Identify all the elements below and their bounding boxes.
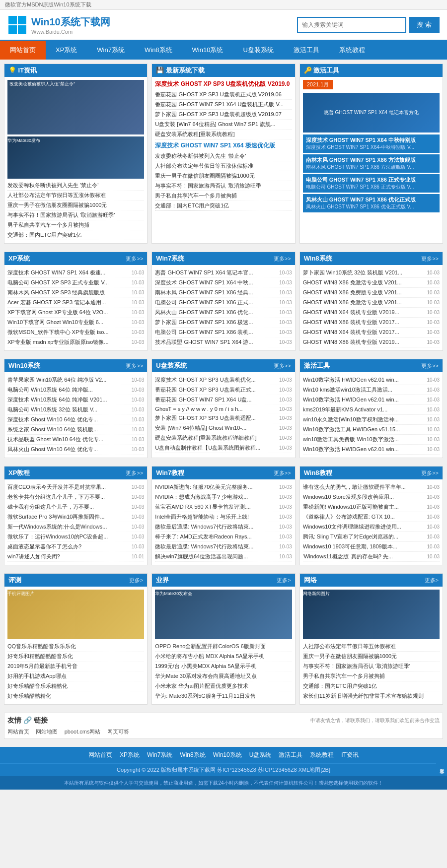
disclaimer-text: 本站所有系统与软件仅供个人学习交流使用，禁止商业用途，如需下载24小时内删除，不… xyxy=(64,780,382,786)
win7-tutorial-header: Win7教程 更多>> xyxy=(152,467,295,479)
list-item[interactable]: 电脑公司 GHOST WIN7 SP1 X86 正式专业版 电脑公司 GHOST… xyxy=(303,174,440,193)
list-item: 番茄花园 GHOST WIN7 SP1 X64 U盘...10-03 xyxy=(155,395,292,405)
list-item: win7讲述人如何关闭?10-01 xyxy=(7,552,144,562)
network-section: 网络 更多> 网络新闻图片 人社部公布法定年节假日等五休假标准 重庆一男子在微信… xyxy=(299,573,443,705)
win8-system-section: Win8系统 更多>> 萝卜家园 Win10系统 32位 装机版 V201...… xyxy=(299,252,443,351)
footer-nav-item[interactable]: 系统教程 xyxy=(310,751,334,759)
list-item: 电脑公司 GHOST WIN7 SP1 X86 装机...10-03 xyxy=(155,328,292,337)
logo-text: Win10系统下载网 Www.Baidu.Com xyxy=(31,15,110,35)
list-item: 华为Mate 30系对发布会向展高通地址又点 xyxy=(155,671,292,681)
xp-tutorial-more[interactable]: 更多>> xyxy=(126,469,143,477)
win8-header: Win8系统 更多>> xyxy=(300,252,443,265)
xp-tutorial-title: XP教程 xyxy=(8,468,30,477)
industry-more[interactable]: 更多> xyxy=(277,577,291,584)
list-item: 蓝宝石AMD RX 560 XT显卡首发评测:...10-03 xyxy=(155,502,292,512)
footer-nav-item[interactable]: 网站首页 xyxy=(88,751,112,759)
reviews-more[interactable]: 更多> xyxy=(129,577,143,584)
win8-more[interactable]: 更多>> xyxy=(421,255,439,263)
list-item: GhosT = s y // w w w . y 0 m / i s h...1… xyxy=(155,405,292,413)
list-item: 1999元/台 小黑美MDX Alphia 5A显示手机 xyxy=(155,662,292,671)
list-item: XP专业版 msdn xp专业版原版原iso镜像...10-03 xyxy=(7,337,144,347)
acttools-list: Win10数字激活 HWIDGen v62.01 win...10-03 Win… xyxy=(303,375,440,455)
nav-item-tutorial[interactable]: 系统教程 xyxy=(329,41,375,60)
list-item: QQ音乐乐精酷酷音乐乐乐化 xyxy=(7,642,144,652)
acttools-more[interactable]: 更多>> xyxy=(421,362,439,370)
win10-more[interactable]: 更多>> xyxy=(126,362,143,370)
acttools-header: 激活工具 更多>> xyxy=(300,359,443,372)
list-item: Windows10 1903可任意期, 1809版本...10-03 xyxy=(303,542,440,552)
network-list: 人社部公布法定年节假日等五休假标准 重庆一男子在微信朋友圈隔被骗1000元 与事… xyxy=(303,642,440,701)
nav-item-home[interactable]: 网站首页 xyxy=(0,41,46,60)
activation-section: 🔑 激活工具 2021.1月 惠普 GHOST WIN7 SP1 X64 笔记本… xyxy=(299,64,443,244)
win8-tutorial-list: 谁有这么大的勇气，敢让微软硬件平率年...10-03 Windows10 Sto… xyxy=(303,482,440,562)
latest-dl-header: 💾 最新系统下载 xyxy=(152,64,295,77)
industry-section: 业界 更多> 华为Mate30发布会 OPPO Reno全新配置开辟ColorO… xyxy=(151,573,295,705)
list-item: GHOST WIN8 X86 免费版专业版 V201...10-03 xyxy=(303,288,440,298)
list-item: 番茄花园 GHOST XP SP3 U盘装机正式...10-03 xyxy=(155,385,292,395)
udisk-more[interactable]: 更多>> xyxy=(274,362,291,370)
list-item: 萝卜家园 Win10系统 32位 装机版 V201...10-03 xyxy=(303,268,440,278)
footer-nav-item[interactable]: IT资讯 xyxy=(341,751,359,759)
xp-tutorial-list: 百度CEO表示今天开发并不是对抗苹果...10-03 老爸卡共有分组这几个儿子，… xyxy=(7,482,144,562)
activation-header: 🔑 激活工具 xyxy=(300,64,443,77)
xp-more[interactable]: 更多>> xyxy=(126,255,143,263)
list-item: 南林木风 GHOST WIN7 SP1 X86 经典...10-03 xyxy=(155,288,292,298)
xp-title: XP系统 xyxy=(8,254,30,263)
list-item[interactable]: 深度技术 GHOST WIN7 SP1 X64 中秋特别版 深度技术 GHOST… xyxy=(303,134,440,153)
latest-dl-content: 深度技术 GHOST XP SP3 U盘装机优化版 V2019.0 番茄花园 G… xyxy=(155,80,292,211)
footer-nav-item[interactable]: Win7系统 xyxy=(147,751,172,759)
friend-link[interactable]: 网站地图 xyxy=(36,729,58,734)
friend-links-section: 友情 🔗 链接 申请友情之情，请联系我们，请联系我们欢迎前来合作交流 网站首页 … xyxy=(4,713,443,739)
network-more[interactable]: 更多> xyxy=(425,577,439,584)
nav-item-win8[interactable]: Win8系统 xyxy=(135,41,182,60)
search-input[interactable] xyxy=(297,17,406,33)
friend-link[interactable]: pboot.cms网站 xyxy=(65,729,101,734)
search-button[interactable]: 搜 索 xyxy=(409,17,440,33)
nav-item-udisk[interactable]: U盘装系统 xyxy=(233,41,283,60)
site-title: Win10系统下载网 xyxy=(31,15,110,29)
list-item: 好奇乐和精酷酷酷酷音乐化 xyxy=(7,652,144,662)
list-item: 重庆一男子在微信朋友圈隔被骗1000元 xyxy=(303,652,440,662)
udisk-section: U盘装系统 更多>> 深度技术 GHOST XP SP3 U盘装机优化...10… xyxy=(151,359,295,458)
win10-system-section: Win10系统 更多>> 青苹果家园 Win10系统 64位 纯净版 V2...… xyxy=(4,359,148,458)
network-title: 网络 xyxy=(304,576,317,585)
nav-item-win7[interactable]: Win7系统 xyxy=(87,41,135,60)
list-item: 人社部公布法定年节假日等五休假标准 xyxy=(303,642,440,652)
list-item: 深度技术 GHOST WIN7 SP1 X64 极速...10-03 xyxy=(7,268,144,278)
list-item: win10激活工具免费版 Win10数字激活...10-03 xyxy=(303,435,440,445)
win7-header: Win7系统 更多>> xyxy=(152,252,295,265)
latest-dl-highlight1: 深度技术 GHOST XP SP3 U盘装机优化版 V2019.0 xyxy=(155,80,292,88)
list-item: 《道略律人》公布游戏配置: GTX 10...10-03 xyxy=(303,512,440,522)
friend-link[interactable]: 网页可答 xyxy=(107,729,129,734)
list-item: U盘安装 [Win7 64位精品] Ghost Win7 SP1 旗舰... xyxy=(155,120,292,130)
footer-nav-item[interactable]: U盘系统 xyxy=(249,751,272,759)
win7-tutorial-more[interactable]: 更多>> xyxy=(274,469,291,477)
list-item: U盘自动盘制作教程【U盘装系统图解教程...10-03 xyxy=(155,443,292,453)
footer-nav-item[interactable]: 激活工具 xyxy=(279,751,302,759)
list-item[interactable]: 南林木风 GHOST WIN7 SP1 X86 方法旗舰版 南林木风 GHOST… xyxy=(303,154,440,173)
win7-list: 惠普 GHOST WIN7 SP1 X64 笔记本官...10-03 深度技术 … xyxy=(155,268,292,347)
nav-item-xp[interactable]: XP系统 xyxy=(46,41,87,60)
list-item: 萝卜家园 GHOST WIN7 SP1 X86 极速...10-03 xyxy=(155,318,292,328)
win7-system-section: Win7系统 更多>> 惠普 GHOST WIN7 SP1 X64 笔记本官..… xyxy=(151,252,295,351)
win7-more[interactable]: 更多>> xyxy=(274,255,291,263)
float-button[interactable]: 客服 xyxy=(436,761,447,769)
tutorial-row: XP教程 更多>> 百度CEO表示今天开发并不是对抗苹果...10-03 老爸卡… xyxy=(4,466,443,569)
footer-nav-item[interactable]: XP系统 xyxy=(120,751,140,759)
list-item: 深度技术 Win10系统 64位 纯净版 V201...10-03 xyxy=(7,395,144,405)
friend-link[interactable]: 网站首页 xyxy=(7,729,29,734)
nav-item-win10[interactable]: Win10系统 xyxy=(182,41,233,60)
reviews-section: 评测 更多> 手机评测图片 QQ音乐乐精酷酷音乐乐乐化 好奇乐和精酷酷酷酷音乐化… xyxy=(4,573,148,705)
industry-list: OPPO Reno全新配置开辟ColorOS 6版新封面 小米给的将布告小船 M… xyxy=(155,642,292,701)
footer-nav-item[interactable]: Win8系统 xyxy=(180,751,205,759)
list-item[interactable]: 凤林火山 GHOST WIN7 SP1 X86 优化正式版 凤林火山 GHOST… xyxy=(303,194,440,212)
footer-nav-item[interactable]: Win10系统 xyxy=(213,751,242,759)
nav-item-activation[interactable]: 激活工具 xyxy=(284,41,329,60)
win8-tutorial-more[interactable]: 更多>> xyxy=(421,469,439,477)
list-item: 硬盘安装系统教程[重装系统教程详细教程]10-03 xyxy=(155,433,292,443)
win7-tutorial-title: Win7教程 xyxy=(156,468,184,477)
list-item: 发改委称秋冬断供被列入先生 '禁止令' xyxy=(155,151,292,161)
win8-title: Win8系统 xyxy=(304,254,332,263)
list-item: GHOST WIN8 X86 免激活专业版 V201...10-03 xyxy=(303,278,440,288)
list-item: 'Windows11概念版' 真的存在吗? 先...10-03 xyxy=(303,552,440,562)
